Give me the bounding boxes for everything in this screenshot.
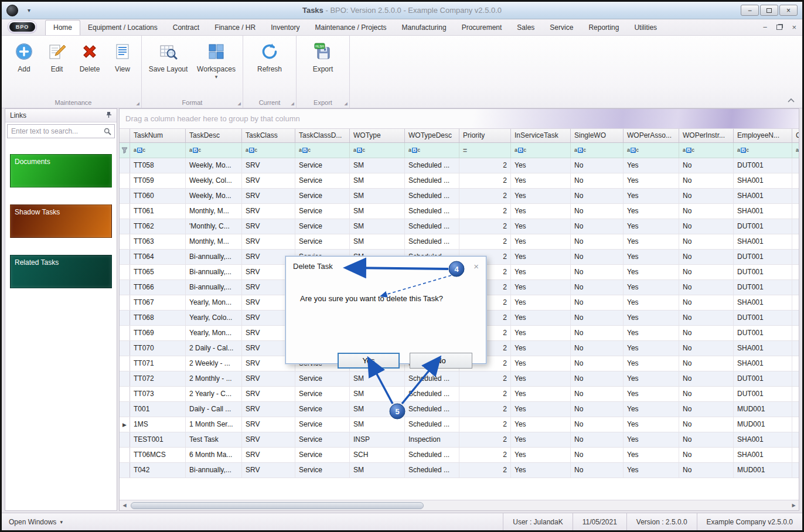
cell-TaskDesc[interactable]: Test Task <box>186 432 242 447</box>
cell-SingleWO[interactable]: No <box>571 432 624 447</box>
cell-InServiceTask[interactable]: Yes <box>511 250 571 264</box>
cell-TaskDesc[interactable]: Daily - Call ... <box>186 402 242 417</box>
cell-WOPerInstr[interactable]: No <box>679 311 734 325</box>
cell-Priority[interactable]: 2 <box>459 463 511 478</box>
cell-SingleWO[interactable]: No <box>571 280 624 295</box>
cell-WOPerInstr[interactable]: No <box>679 265 734 279</box>
cell-WOType[interactable]: SM <box>350 158 405 173</box>
column-header-Priority[interactable]: Priority <box>459 129 511 142</box>
search-icon[interactable] <box>104 127 111 138</box>
cell-SingleWO[interactable]: No <box>571 356 624 371</box>
cell-TaskDesc[interactable]: Weekly, Mo... <box>186 158 242 173</box>
cell-TaskDesc[interactable]: 1 Month Ser... <box>186 417 242 432</box>
cell-TaskClass[interactable]: SRV <box>242 189 295 203</box>
cell-TaskDesc[interactable]: Bi-annually,... <box>186 280 242 295</box>
cell-TaskClass[interactable]: SRV <box>242 463 295 478</box>
tab-equipment-locations[interactable]: Equipment / Locations <box>80 21 165 35</box>
cell-WOPerInstr[interactable]: No <box>679 417 734 432</box>
filter-cell-TaskDesc[interactable]: aBc <box>186 143 242 158</box>
cell-WOPerAsso[interactable]: Yes <box>624 173 679 188</box>
column-header-WOPerInstr[interactable]: WOPerInstr... <box>679 129 734 142</box>
cell-EmployeeN[interactable]: MUD001 <box>734 417 792 432</box>
column-header-WOPerAsso[interactable]: WOPerAsso... <box>624 129 679 142</box>
cell-EmployeeN[interactable]: SHA001 <box>734 204 792 219</box>
cell-WOPerInstr[interactable]: No <box>679 280 734 295</box>
cell-EmployeeN[interactable]: SHA001 <box>734 173 792 188</box>
cell-TaskClass[interactable]: SRV <box>242 448 295 462</box>
cell-TaskClass[interactable]: SRV <box>242 402 295 417</box>
filter-cell-WOPerInstr[interactable]: aBc <box>679 143 734 158</box>
application-button[interactable]: BPO <box>8 21 37 33</box>
cell-InServiceTask[interactable]: Yes <box>511 387 571 401</box>
cell-WOType[interactable]: INSP <box>350 432 405 447</box>
cell-WOPerInstr[interactable]: No <box>679 356 734 371</box>
cell-TaskClass[interactable]: SRV <box>242 234 295 249</box>
table-row[interactable]: TT06MCS6 Month Ma...SRVServiceSCHSchedul… <box>120 448 799 463</box>
cell-EmployeeN[interactable]: DUT001 <box>734 311 792 325</box>
cell-WOPerInstr[interactable]: No <box>679 250 734 264</box>
filter-cell-EmployeeN[interactable]: aBc <box>734 143 792 158</box>
cell-TaskClass[interactable]: SRV <box>242 158 295 173</box>
cell-InServiceTask[interactable]: Yes <box>511 402 571 417</box>
cell-WOTypeDesc[interactable]: Scheduled ... <box>405 448 459 462</box>
cell-SingleWO[interactable]: No <box>571 158 624 173</box>
scroll-right-icon[interactable]: ▶ <box>789 503 799 508</box>
tab-maintenance-projects[interactable]: Maintenance / Projects <box>308 21 394 35</box>
cell-TaskClass[interactable]: SRV <box>242 417 295 432</box>
cell-Cre[interactable] <box>792 204 799 219</box>
cell-TaskDesc[interactable]: Yearly, Mon... <box>186 326 242 340</box>
filter-cell-Cre[interactable]: aBc <box>792 143 799 158</box>
dialog-close-icon[interactable]: × <box>473 262 479 271</box>
tab-reporting[interactable]: Reporting <box>581 21 626 35</box>
cell-WOPerAsso[interactable]: Yes <box>624 250 679 264</box>
cell-WOPerInstr[interactable]: No <box>679 234 734 249</box>
cell-SingleWO[interactable]: No <box>571 448 624 462</box>
minimize-button[interactable]: − <box>741 5 759 16</box>
cell-InServiceTask[interactable]: Yes <box>511 448 571 462</box>
filter-cell-TaskNum[interactable]: aBc <box>130 143 186 158</box>
cell-SingleWO[interactable]: No <box>571 234 624 249</box>
cell-TaskDesc[interactable]: 2 Daily - Cal... <box>186 341 242 356</box>
column-header-EmployeeN[interactable]: EmployeeN... <box>734 129 792 142</box>
cell-TaskClass[interactable]: SRV <box>242 173 295 188</box>
cell-InServiceTask[interactable]: Yes <box>511 189 571 203</box>
cell-Cre[interactable] <box>792 234 799 249</box>
cell-TaskNum[interactable]: TT065 <box>130 265 186 279</box>
filter-cell-WOPerAsso[interactable]: aBc <box>624 143 679 158</box>
cell-EmployeeN[interactable]: SHA001 <box>734 341 792 356</box>
cell-TaskClassDesc[interactable]: Service <box>295 463 350 478</box>
cell-WOPerAsso[interactable]: Yes <box>624 463 679 478</box>
cell-TaskNum[interactable]: TT068 <box>130 311 186 325</box>
tab-inventory[interactable]: Inventory <box>263 21 307 35</box>
cell-TaskDesc[interactable]: 2 Monthly - ... <box>186 371 242 386</box>
cell-WOPerAsso[interactable]: Yes <box>624 219 679 234</box>
cell-TaskClass[interactable]: SRV <box>242 219 295 234</box>
quick-access-dropdown-icon[interactable]: ▾ <box>28 7 30 13</box>
cell-SingleWO[interactable]: No <box>571 326 624 340</box>
cell-WOPerInstr[interactable]: No <box>679 432 734 447</box>
filter-cell-SingleWO[interactable]: aBc <box>571 143 624 158</box>
cell-SingleWO[interactable]: No <box>571 463 624 478</box>
delete-button[interactable]: Delete <box>73 39 106 97</box>
cell-WOPerInstr[interactable]: No <box>679 448 734 462</box>
cell-EmployeeN[interactable]: DUT001 <box>734 326 792 340</box>
tab-finance-hr[interactable]: Finance / HR <box>207 21 263 35</box>
cell-EmployeeN[interactable]: DUT001 <box>734 280 792 295</box>
cell-SingleWO[interactable]: No <box>571 311 624 325</box>
column-header-TaskDesc[interactable]: TaskDesc <box>186 129 242 142</box>
cell-WOTypeDesc[interactable]: Inspection <box>405 432 459 447</box>
cell-TaskDesc[interactable]: Yearly, Colo... <box>186 311 242 325</box>
cell-WOPerAsso[interactable]: Yes <box>624 265 679 279</box>
cell-Cre[interactable] <box>792 371 799 386</box>
cell-SingleWO[interactable]: No <box>571 204 624 219</box>
table-row[interactable]: TT059Weekly, Col...SRVServiceSMScheduled… <box>120 173 799 189</box>
add-button[interactable]: Add <box>8 39 40 97</box>
cell-TaskDesc[interactable]: Monthly, M... <box>186 234 242 249</box>
cell-TaskNum[interactable]: TT072 <box>130 371 186 386</box>
cell-TaskClassDesc[interactable]: Service <box>295 402 350 417</box>
open-windows-button[interactable]: Open Windows ▾ <box>2 518 70 526</box>
cell-TaskDesc[interactable]: Monthly, M... <box>186 204 242 219</box>
refresh-button[interactable]: Refresh <box>246 39 294 97</box>
maximize-button[interactable] <box>760 5 778 16</box>
tab-manufacturing[interactable]: Manufacturing <box>394 21 454 35</box>
